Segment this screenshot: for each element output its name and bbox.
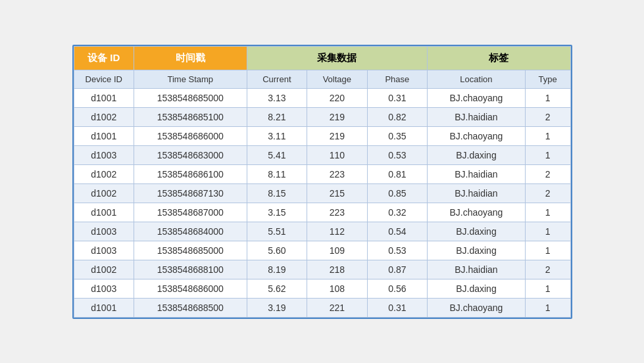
cell-voltage: 220 — [307, 88, 368, 107]
cell-phase: 0.87 — [367, 260, 428, 279]
cell-device: d1003 — [74, 145, 134, 164]
cell-type: 2 — [525, 260, 570, 279]
cell-current: 5.51 — [247, 222, 307, 241]
cell-device: d1002 — [74, 164, 134, 183]
sub-header-current: Current — [247, 70, 307, 88]
sub-header-location: Location — [428, 70, 526, 88]
cell-voltage: 218 — [307, 260, 368, 279]
cell-current: 5.62 — [247, 279, 307, 298]
cell-device: d1002 — [74, 107, 134, 126]
cell-current: 3.11 — [247, 126, 307, 145]
cell-phase: 0.81 — [367, 164, 428, 183]
cell-current: 8.19 — [247, 260, 307, 279]
cell-device: d1001 — [74, 88, 134, 107]
cell-current: 8.15 — [247, 183, 307, 203]
cell-device: d1001 — [74, 298, 134, 317]
cell-current: 8.21 — [247, 107, 307, 126]
cell-current: 3.15 — [247, 203, 307, 222]
cell-location: BJ.daxing — [428, 222, 526, 241]
cell-type: 1 — [525, 145, 570, 164]
cell-timestamp: 1538548684000 — [134, 222, 247, 241]
cell-device: d1002 — [74, 260, 134, 279]
cell-phase: 0.82 — [367, 107, 428, 126]
cell-device: d1003 — [74, 241, 134, 260]
cell-type: 1 — [525, 241, 570, 260]
cell-phase: 0.56 — [367, 279, 428, 298]
cell-current: 8.11 — [247, 164, 307, 183]
cell-timestamp: 1538548686000 — [134, 126, 247, 145]
cell-voltage: 109 — [307, 241, 368, 260]
cell-voltage: 223 — [307, 203, 368, 222]
cell-type: 1 — [525, 222, 570, 241]
cell-phase: 0.31 — [367, 88, 428, 107]
table-row: d100215385486871308.152150.85BJ.haidian2 — [74, 183, 570, 203]
group-header-timestamp: 时间戳 — [134, 46, 247, 70]
cell-location: BJ.haidian — [428, 107, 526, 126]
cell-device: d1001 — [74, 126, 134, 145]
table-row: d100315385486860005.621080.56BJ.daxing1 — [74, 279, 570, 298]
cell-phase: 0.54 — [367, 222, 428, 241]
cell-timestamp: 1538548685000 — [134, 88, 247, 107]
sub-header-voltage: Voltage — [307, 70, 368, 88]
cell-location: BJ.daxing — [428, 241, 526, 260]
cell-phase: 0.53 — [367, 241, 428, 260]
group-header-device: 设备 ID — [74, 46, 134, 70]
table-row: d100115385486860003.112190.35BJ.chaoyang… — [74, 126, 570, 145]
table-row: d100315385486830005.411100.53BJ.daxing1 — [74, 145, 570, 164]
cell-timestamp: 1538548687000 — [134, 203, 247, 222]
cell-phase: 0.31 — [367, 298, 428, 317]
cell-voltage: 219 — [307, 126, 368, 145]
cell-device: d1003 — [74, 279, 134, 298]
cell-type: 1 — [525, 203, 570, 222]
cell-location: BJ.chaoyang — [428, 88, 526, 107]
cell-timestamp: 1538548685000 — [134, 241, 247, 260]
cell-voltage: 219 — [307, 107, 368, 126]
cell-location: BJ.haidian — [428, 183, 526, 203]
group-header-tags: 标签 — [428, 46, 570, 70]
cell-location: BJ.chaoyang — [428, 126, 526, 145]
cell-type: 1 — [525, 126, 570, 145]
cell-location: BJ.daxing — [428, 279, 526, 298]
cell-type: 2 — [525, 164, 570, 183]
cell-voltage: 215 — [307, 183, 368, 203]
cell-location: BJ.daxing — [428, 145, 526, 164]
table-row: d100115385486870003.152230.32BJ.chaoyang… — [74, 203, 570, 222]
cell-current: 3.19 — [247, 298, 307, 317]
table-row: d100315385486850005.601090.53BJ.daxing1 — [74, 241, 570, 260]
group-header-collected: 采集数据 — [247, 46, 428, 70]
cell-timestamp: 1538548687130 — [134, 183, 247, 203]
cell-timestamp: 1538548685100 — [134, 107, 247, 126]
cell-location: BJ.chaoyang — [428, 298, 526, 317]
cell-type: 1 — [525, 88, 570, 107]
cell-voltage: 223 — [307, 164, 368, 183]
cell-location: BJ.haidian — [428, 164, 526, 183]
table-body: d100115385486850003.132200.31BJ.chaoyang… — [74, 88, 570, 317]
group-header-row: 设备 ID 时间戳 采集数据 标签 — [74, 46, 570, 70]
table-row: d100115385486885003.192210.31BJ.chaoyang… — [74, 298, 570, 317]
cell-timestamp: 1538548683000 — [134, 145, 247, 164]
cell-timestamp: 1538548686000 — [134, 279, 247, 298]
cell-location: BJ.haidian — [428, 260, 526, 279]
cell-device: d1003 — [74, 222, 134, 241]
table-row: d100215385486881008.192180.87BJ.haidian2 — [74, 260, 570, 279]
sub-header-type: Type — [525, 70, 570, 88]
table-row: d100115385486850003.132200.31BJ.chaoyang… — [74, 88, 570, 107]
cell-voltage: 110 — [307, 145, 368, 164]
table-row: d100215385486851008.212190.82BJ.haidian2 — [74, 107, 570, 126]
cell-phase: 0.85 — [367, 183, 428, 203]
cell-current: 5.60 — [247, 241, 307, 260]
cell-current: 5.41 — [247, 145, 307, 164]
cell-type: 1 — [525, 298, 570, 317]
cell-voltage: 221 — [307, 298, 368, 317]
cell-type: 2 — [525, 183, 570, 203]
cell-phase: 0.35 — [367, 126, 428, 145]
cell-current: 3.13 — [247, 88, 307, 107]
cell-voltage: 108 — [307, 279, 368, 298]
sub-header-device: Device ID — [74, 70, 134, 88]
cell-type: 1 — [525, 279, 570, 298]
cell-timestamp: 1538548686100 — [134, 164, 247, 183]
cell-location: BJ.chaoyang — [428, 203, 526, 222]
cell-timestamp: 1538548688500 — [134, 298, 247, 317]
cell-phase: 0.32 — [367, 203, 428, 222]
sub-header-timestamp: Time Stamp — [134, 70, 247, 88]
